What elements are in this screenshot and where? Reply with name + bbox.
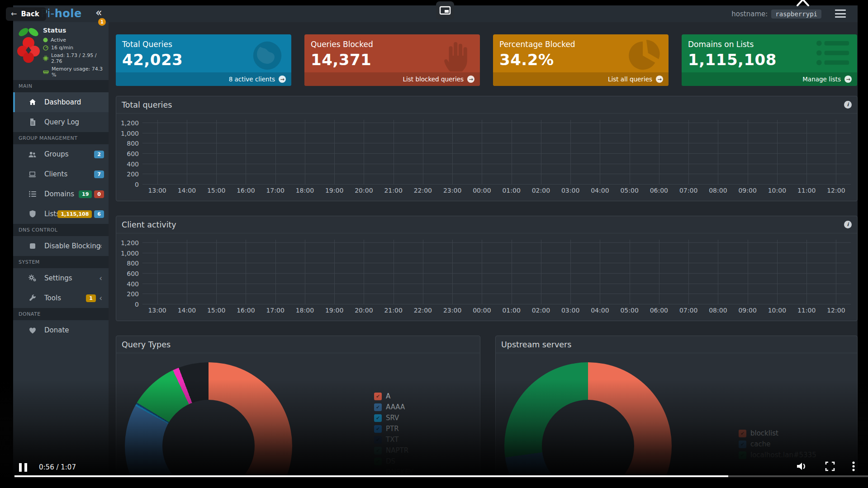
status-block: Status Active 16 q/min Load: 1.73 / 2.95… — [13, 22, 109, 80]
x-tick-label: 21:00 — [384, 307, 402, 314]
sidebar-item-donate[interactable]: Donate — [13, 320, 109, 340]
chevron-left-icon: ‹ — [99, 294, 102, 303]
client-activity-chart[interactable]: 02004006008001,0001,20013:0014:0015:0016… — [116, 233, 857, 321]
sidebar-menu: MAINDashboardQuery LogGROUP MANAGEMENTGr… — [13, 80, 109, 340]
sidebar-section-header: GROUP MANAGEMENT — [13, 132, 109, 144]
checkbox-icon: ✔ — [374, 425, 382, 433]
status-title: Status — [43, 27, 109, 34]
card-footer-link[interactable]: List all queries→ — [493, 72, 669, 86]
raspberry-pi-logo-icon — [16, 25, 41, 68]
laptop-icon — [28, 171, 36, 178]
users-icon — [28, 151, 36, 158]
x-tick-label: 20:00 — [355, 187, 373, 194]
status-active-row: Active — [43, 37, 109, 43]
status-memory-row: Memory usage: 74.3 % — [43, 66, 109, 78]
x-tick-label: 04:00 — [591, 307, 609, 314]
legend-item-naptr[interactable]: ✔NAPTR — [374, 446, 413, 455]
sidebar-section-header: DNS CONTROL — [13, 224, 109, 236]
legend-label: PTR — [386, 425, 399, 433]
status-state: Active — [51, 37, 66, 43]
sidebar-item-clients[interactable]: Clients7 — [13, 164, 109, 184]
chevron-left-icon: ‹ — [99, 242, 102, 251]
count-badge: 2 — [94, 151, 104, 158]
sidebar-item-settings[interactable]: Settings‹ — [13, 268, 109, 288]
legend-item-a[interactable]: ✔A — [374, 392, 413, 400]
y-tick-label: 800 — [127, 140, 139, 147]
sidebar-item-label: Query Log — [44, 118, 79, 126]
menu-icon[interactable] — [835, 9, 846, 18]
x-tick-label: 07:00 — [679, 187, 697, 194]
x-tick-label: 13:00 — [148, 187, 166, 194]
sidebar-section-header: SYSTEM — [13, 256, 109, 268]
chevron-up-icon — [795, 0, 811, 9]
legend-label: blocklist — [750, 429, 778, 437]
hostname-label: hostname: — [731, 10, 768, 18]
x-tick-label: 16:00 — [237, 187, 255, 194]
total-queries-chart[interactable]: 02004006008001,0001,20013:0014:0015:0016… — [116, 114, 857, 201]
x-tick-label: 18:00 — [296, 307, 314, 314]
chevron-left-icon: ‹ — [99, 274, 102, 283]
count-badge: 0 — [94, 190, 104, 198]
x-tick-label: 12:00 — [827, 307, 845, 314]
sidebar-collapse-icon[interactable]: « — [95, 6, 102, 19]
info-icon[interactable]: i — [844, 221, 852, 228]
arrow-right-icon: → — [467, 76, 474, 83]
sidebar-badges: 190 — [79, 184, 104, 204]
x-tick-label: 12:00 — [827, 187, 845, 194]
panel-title: Client activity — [122, 220, 176, 229]
notification-badge[interactable]: 1 — [98, 18, 106, 26]
upstream-servers-legend: ✔blocklist✔cache✔localhost.lan#5335 — [739, 429, 816, 459]
legend-label: cache — [750, 440, 770, 448]
hostname-value: raspberrypi — [771, 9, 821, 19]
legend-item-txt[interactable]: ✔TXT — [374, 436, 413, 444]
more-options-icon[interactable] — [852, 461, 855, 474]
x-tick-label: 02:00 — [532, 307, 550, 314]
bars-layer — [142, 240, 851, 304]
main-content: Total Queries42,0238 active clients→Quer… — [109, 22, 858, 488]
summary-card-queries-blocked: Queries Blocked14,371List blocked querie… — [304, 34, 480, 86]
sidebar-item-dashboard[interactable]: Dashboard — [13, 92, 109, 112]
sidebar-item-groups[interactable]: Groups2 — [13, 144, 109, 164]
wrench-icon — [28, 294, 36, 302]
legend-item-blocklist[interactable]: ✔blocklist — [739, 429, 816, 437]
card-footer-link[interactable]: Manage lists→ — [682, 72, 857, 86]
x-tick-label: 06:00 — [650, 307, 668, 314]
legend-item-srv[interactable]: ✔SRV — [374, 414, 413, 422]
legend-item-aaaa[interactable]: ✔AAAA — [374, 403, 413, 411]
status-load: Load: 1.73 / 2.95 / 2.76 — [51, 52, 109, 64]
x-tick-label: 19:00 — [325, 187, 343, 194]
info-icon[interactable]: i — [844, 101, 852, 109]
x-tick-label: 02:00 — [532, 187, 550, 194]
sidebar-item-tools[interactable]: Tools1‹ — [13, 288, 109, 308]
memory-icon — [43, 70, 49, 74]
legend-item-ptr[interactable]: ✔PTR — [374, 425, 413, 433]
sidebar-item-lists[interactable]: Lists1,115,1086 — [13, 204, 109, 224]
playback-time: 0:56 / 1:07 — [39, 463, 76, 471]
heart-icon — [28, 327, 36, 334]
checkbox-icon: ✔ — [739, 451, 746, 459]
volume-icon[interactable] — [796, 461, 808, 474]
back-button[interactable]: ← Back — [6, 7, 46, 21]
y-tick-label: 1,200 — [121, 119, 139, 127]
plot-area: 02004006008001,0001,20013:0014:0015:0016… — [142, 120, 851, 185]
card-footer-link[interactable]: 8 active clients→ — [116, 72, 291, 86]
sidebar-item-disable-blocking[interactable]: Disable Blocking‹ — [13, 236, 109, 256]
x-tick-label: 01:00 — [502, 187, 520, 194]
sidebar-item-query-log[interactable]: Query Log — [13, 112, 109, 132]
x-tick-label: 04:00 — [591, 187, 609, 194]
sidebar-item-label: Settings — [44, 274, 72, 282]
sidebar-item-domains[interactable]: Domains190 — [13, 184, 109, 204]
picture-in-picture-icon[interactable] — [436, 1, 454, 19]
x-tick-label: 03:00 — [561, 307, 579, 314]
pause-button[interactable] — [19, 463, 27, 472]
plot-area: 02004006008001,0001,20013:0014:0015:0016… — [142, 240, 851, 304]
count-badge: 19 — [79, 190, 92, 198]
pihole-dashboard: Pi-hole « 1 hostname: raspberrypi — [13, 5, 858, 488]
x-tick-label: 14:00 — [178, 187, 196, 194]
fullscreen-icon[interactable] — [825, 461, 835, 474]
legend-item-cache[interactable]: ✔cache — [739, 440, 816, 448]
client-activity-panel: Client activity i 02004006008001,0001,20… — [116, 216, 858, 321]
sidebar-item-label: Clients — [44, 170, 67, 178]
y-tick-label: 1,000 — [121, 250, 139, 257]
card-footer-link[interactable]: List blocked queries→ — [304, 72, 480, 86]
